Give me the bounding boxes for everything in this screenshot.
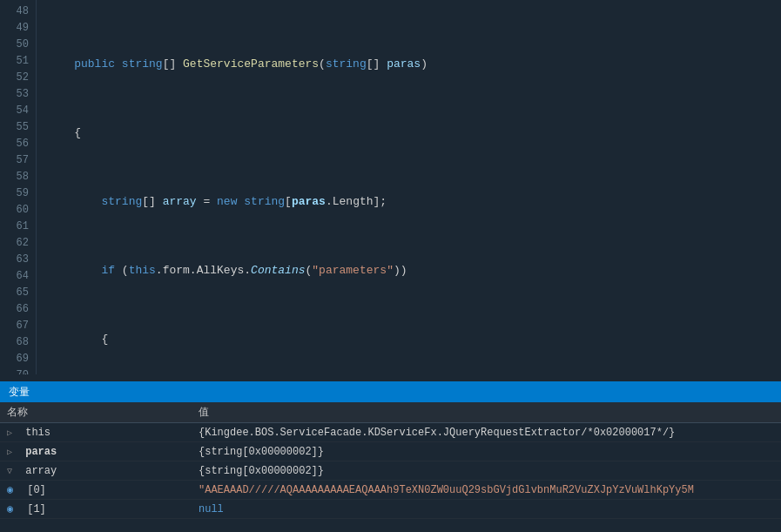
line-num-59: 59	[0, 185, 36, 202]
table-row: ▷ this {Kingdee.BOS.ServiceFacade.KDServ…	[0, 423, 781, 442]
line-num-60: 60	[0, 202, 36, 219]
expand-icon: ▷	[7, 447, 19, 457]
scrollbar[interactable]	[0, 374, 781, 381]
line-num-64: 64	[0, 268, 36, 285]
line-num-48: 48	[0, 3, 36, 20]
var-value-array: {string[0x00000002]}	[192, 461, 781, 481]
table-row: ◉ [0] "AAEAAAD/////AQAAAAAAAAAEAQAAAh9Te…	[0, 481, 781, 500]
table-row: ▷ paras {string[0x00000002]}	[0, 442, 781, 461]
table-header: 名称 值	[0, 402, 781, 423]
var-name-paras: ▷ paras	[0, 442, 192, 461]
var-value-index1: null	[192, 500, 781, 519]
line-num-50: 50	[0, 37, 36, 53]
var-name-this: ▷ this	[0, 423, 192, 442]
var-value-index0: "AAEAAAD/////AQAAAAAAAAAEAQAAAh9TeXN0ZW0…	[192, 481, 781, 500]
table-row: ◉ [1] null	[0, 500, 781, 519]
line-num-56: 56	[0, 136, 36, 152]
var-name-array: ▽ array	[0, 461, 192, 481]
line-num-57: 57	[0, 152, 36, 169]
var-name-index1: ◉ [1]	[0, 500, 192, 519]
line-num-70: 70	[0, 367, 36, 374]
col-value-header: 值	[192, 402, 781, 423]
line-numbers: 48 49 50 51 52 53 54 55 56 57 58 59 60 6…	[0, 0, 37, 374]
line-num-63: 63	[0, 252, 36, 268]
var-name-index0: ◉ [0]	[0, 481, 192, 500]
line-num-58: 58	[0, 169, 36, 185]
code-line-50: string[] array = new string[paras.Length…	[44, 193, 781, 210]
var-value-paras: {string[0x00000002]}	[192, 442, 781, 461]
line-num-62: 62	[0, 235, 36, 252]
line-num-66: 66	[0, 301, 36, 318]
line-num-52: 52	[0, 70, 36, 86]
line-num-67: 67	[0, 318, 36, 334]
variables-table: 名称 值 ▷ this {Kingdee.BOS.ServiceFacade.K…	[0, 402, 781, 519]
main-container: 48 49 50 51 52 53 54 55 56 57 58 59 60 6…	[0, 0, 781, 532]
var-value-this: {Kingdee.BOS.ServiceFacade.KDServiceFx.J…	[192, 423, 781, 442]
arrow-icon: ◉	[7, 502, 21, 515]
debug-variables-panel: 名称 值 ▷ this {Kingdee.BOS.ServiceFacade.K…	[0, 402, 781, 532]
line-num-68: 68	[0, 334, 36, 351]
code-editor: 48 49 50 51 52 53 54 55 56 57 58 59 60 6…	[0, 0, 781, 374]
expand-icon: ▽	[7, 466, 19, 476]
line-num-53: 53	[0, 86, 36, 103]
line-num-49: 49	[0, 20, 36, 37]
debug-panel-title: 变量	[9, 385, 30, 400]
line-num-61: 61	[0, 219, 36, 235]
line-num-69: 69	[0, 351, 36, 367]
code-line-49: {	[44, 125, 781, 141]
line-num-65: 65	[0, 285, 36, 301]
code-line-48: public string[] GetServiceParameters(str…	[44, 56, 781, 72]
line-num-51: 51	[0, 53, 36, 70]
debug-panel-header: 变量	[0, 381, 781, 402]
col-name-header: 名称	[0, 402, 192, 423]
code-line-51: if (this.form.AllKeys.Contains("paramete…	[44, 262, 781, 279]
arrow-icon: ◉	[7, 483, 21, 496]
expand-icon: ▷	[7, 428, 19, 438]
table-row: ▽ array {string[0x00000002]}	[0, 461, 781, 481]
line-num-55: 55	[0, 119, 36, 136]
code-content[interactable]: public string[] GetServiceParameters(str…	[37, 0, 781, 374]
code-line-52: {	[44, 331, 781, 347]
line-num-54: 54	[0, 103, 36, 119]
